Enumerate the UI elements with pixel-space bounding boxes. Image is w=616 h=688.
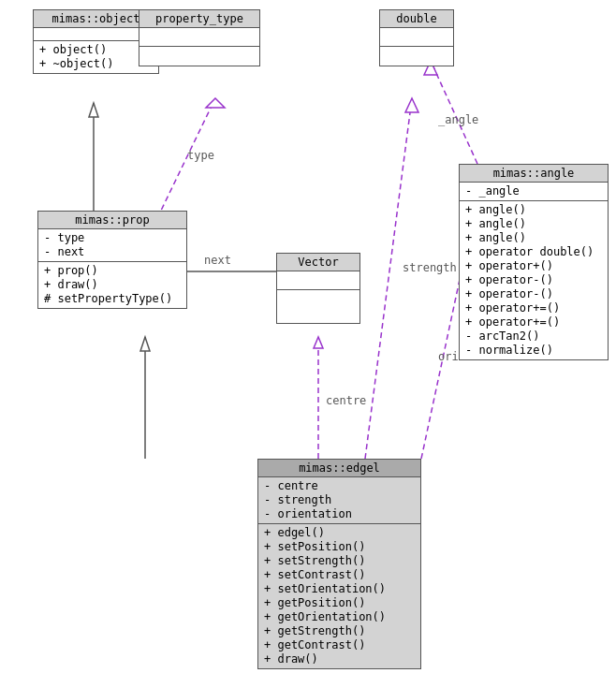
mimas-edgel-attr2: - strength [264, 493, 415, 507]
mimas-prop-m3: # setPropertyType() [44, 292, 181, 306]
property-type-box: property_type [139, 9, 260, 66]
svg-marker-1 [89, 103, 98, 117]
mimas-angle-label: mimas::angle [493, 167, 575, 180]
mimas-angle-m4: + operator double() [465, 245, 602, 259]
mimas-angle-section1: - _angle [460, 183, 608, 201]
mimas-edgel-m10: + draw() [264, 652, 415, 666]
mimas-angle-m11: - normalize() [465, 344, 602, 358]
mimas-edgel-m2: + setPosition() [264, 540, 415, 554]
property-type-label: property_type [155, 12, 243, 25]
double-box: double [379, 9, 454, 66]
svg-text:_angle: _angle [438, 113, 478, 126]
mimas-edgel-m8: + getStrength() [264, 624, 415, 638]
mimas-prop-section2: + prop() + draw() # setPropertyType() [38, 262, 186, 308]
mimas-angle-m7: + operator-() [465, 287, 602, 301]
mimas-edgel-attr3: - orientation [264, 507, 415, 521]
mimas-angle-m2: + angle() [465, 217, 602, 231]
mimas-edgel-attr1: - centre [264, 479, 415, 493]
mimas-edgel-box: mimas::edgel - centre - strength - orien… [257, 459, 421, 669]
mimas-edgel-section1: - centre - strength - orientation [258, 477, 420, 524]
svg-marker-3 [206, 98, 225, 108]
double-section2 [380, 47, 453, 66]
mimas-edgel-m1: + edgel() [264, 526, 415, 540]
svg-marker-14 [405, 98, 418, 112]
mimas-prop-attr2: - next [44, 245, 181, 259]
mimas-angle-m10: - arcTan2() [465, 329, 602, 344]
mimas-prop-label: mimas::prop [75, 213, 149, 227]
double-label: double [396, 12, 436, 25]
svg-marker-11 [314, 337, 323, 348]
mimas-prop-attr1: - type [44, 231, 181, 245]
mimas-edgel-m9: + getContrast() [264, 638, 415, 652]
mimas-angle-m1: + angle() [465, 203, 602, 217]
property-type-section1 [139, 28, 259, 47]
mimas-edgel-header: mimas::edgel [258, 460, 420, 477]
vector-box: Vector [276, 253, 360, 324]
mimas-prop-header: mimas::prop [38, 212, 186, 229]
mimas-edgel-m4: + setContrast() [264, 568, 415, 582]
mimas-angle-section2: + angle() + angle() + angle() + operator… [460, 201, 608, 359]
svg-text:type: type [187, 149, 214, 162]
svg-line-13 [365, 98, 412, 459]
mimas-edgel-m6: + getPosition() [264, 596, 415, 610]
vector-section1 [277, 271, 359, 290]
mimas-prop-m1: + prop() [44, 264, 181, 278]
double-section1 [380, 28, 453, 47]
mimas-object-method2: + ~object() [39, 57, 153, 71]
vector-header: Vector [277, 254, 359, 271]
mimas-edgel-m7: + getOrientation() [264, 610, 415, 624]
mimas-edgel-m5: + setOrientation() [264, 582, 415, 596]
double-header: double [380, 10, 453, 28]
mimas-angle-m8: + operator+=() [465, 301, 602, 315]
svg-line-19 [431, 61, 477, 164]
svg-text:next: next [204, 254, 231, 267]
vector-section2 [277, 290, 359, 323]
mimas-object-method1: + object() [39, 43, 153, 57]
svg-marker-9 [140, 337, 150, 351]
mimas-angle-m6: + operator-() [465, 273, 602, 287]
vector-label: Vector [298, 256, 338, 269]
mimas-angle-m5: + operator+() [465, 259, 602, 273]
mimas-edgel-m3: + setStrength() [264, 554, 415, 568]
mimas-prop-section1: - type - next [38, 229, 186, 262]
svg-text:strength: strength [403, 261, 457, 274]
mimas-angle-attr1: - _angle [465, 184, 602, 198]
mimas-angle-header: mimas::angle [460, 165, 608, 183]
mimas-edgel-label: mimas::edgel [299, 461, 380, 475]
diagram-container: type next centre strength orientation _a… [0, 0, 616, 688]
mimas-prop-m2: + draw() [44, 278, 181, 292]
property-type-section2 [139, 47, 259, 66]
mimas-angle-m3: + angle() [465, 231, 602, 245]
mimas-prop-box: mimas::prop - type - next + prop() + dra… [37, 211, 187, 309]
svg-text:centre: centre [326, 394, 366, 407]
mimas-object-label: mimas::object [52, 12, 140, 25]
mimas-angle-box: mimas::angle - _angle + angle() + angle(… [459, 164, 609, 360]
mimas-edgel-section2: + edgel() + setPosition() + setStrength(… [258, 524, 420, 668]
mimas-angle-m9: + operator+=() [465, 315, 602, 329]
property-type-header: property_type [139, 10, 259, 28]
